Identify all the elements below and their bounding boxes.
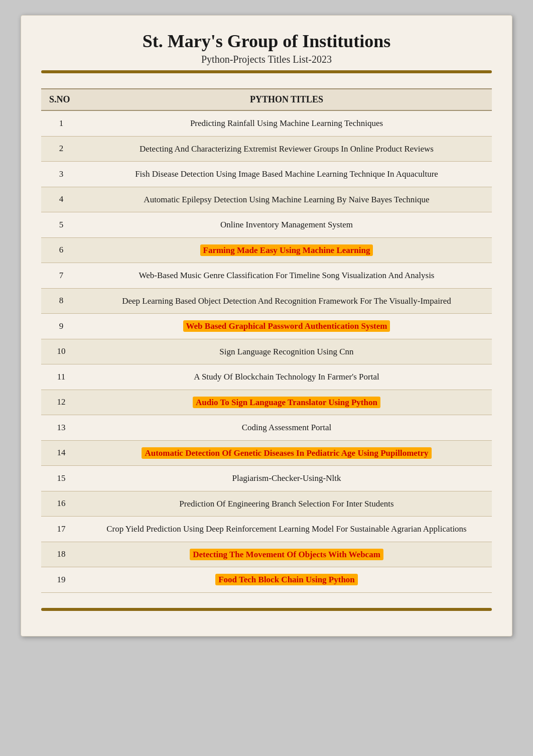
table-row: 7Web-Based Music Genre Classification Fo… — [41, 263, 492, 289]
page-container: St. Mary's Group of Institutions Python-… — [21, 15, 512, 637]
cell-title: Prediction Of Engineering Branch Selecti… — [81, 491, 492, 517]
cell-title: Food Tech Block Chain Using Python — [81, 567, 492, 593]
main-table: S.NO PYTHON TITLES 1Predicting Rainfall … — [41, 88, 492, 593]
cell-sno: 8 — [41, 288, 81, 314]
cell-title: Automatic Detection Of Genetic Diseases … — [81, 440, 492, 466]
table-row: 8Deep Learning Based Object Detection An… — [41, 288, 492, 314]
highlighted-title: Detecting The Movement Of Objects With W… — [190, 549, 383, 560]
highlighted-title: Farming Made Easy Using Machine Learning — [200, 244, 373, 256]
table-row: 10Sign Language Recognition Using Cnn — [41, 339, 492, 364]
subtitle: Python-Projects Titles List-2023 — [41, 54, 492, 65]
highlighted-title: Food Tech Block Chain Using Python — [215, 574, 358, 585]
table-row: 13Coding Assessment Portal — [41, 415, 492, 441]
cell-sno: 18 — [41, 542, 81, 567]
cell-sno: 3 — [41, 162, 81, 187]
cell-sno: 17 — [41, 517, 81, 542]
cell-sno: 10 — [41, 339, 81, 364]
cell-sno: 4 — [41, 187, 81, 212]
cell-title: Web-Based Music Genre Classification For… — [81, 263, 492, 289]
table-row: 16Prediction Of Engineering Branch Selec… — [41, 491, 492, 517]
cell-sno: 11 — [41, 364, 81, 390]
table-row: 12Audio To Sign Language Translator Usin… — [41, 390, 492, 415]
cell-sno: 14 — [41, 440, 81, 466]
cell-title: Detecting And Characterizing Extremist R… — [81, 136, 492, 162]
table-row: 5Online Inventory Management System — [41, 212, 492, 238]
cell-title: A Study Of Blockchain Technology In Farm… — [81, 364, 492, 390]
table-row: 4Automatic Epilepsy Detection Using Mach… — [41, 187, 492, 212]
col-header-title: PYTHON TITLES — [81, 89, 492, 110]
institution-title: St. Mary's Group of Institutions — [41, 31, 492, 52]
highlighted-title: Web Based Graphical Password Authenticat… — [183, 320, 390, 332]
cell-title: Coding Assessment Portal — [81, 415, 492, 441]
cell-sno: 9 — [41, 314, 81, 339]
footer-divider — [41, 608, 492, 611]
cell-sno: 15 — [41, 466, 81, 491]
table-row: 3Fish Disease Detection Using Image Base… — [41, 162, 492, 187]
cell-sno: 2 — [41, 136, 81, 162]
table-row: 17Crop Yield Prediction Using Deep Reinf… — [41, 517, 492, 542]
cell-title: Farming Made Easy Using Machine Learning — [81, 237, 492, 263]
highlighted-title: Audio To Sign Language Translator Using … — [193, 397, 380, 408]
cell-title: Crop Yield Prediction Using Deep Reinfor… — [81, 517, 492, 542]
cell-title: Automatic Epilepsy Detection Using Machi… — [81, 187, 492, 212]
table-row: 9Web Based Graphical Password Authentica… — [41, 314, 492, 339]
table-row: 2Detecting And Characterizing Extremist … — [41, 136, 492, 162]
table-row: 11A Study Of Blockchain Technology In Fa… — [41, 364, 492, 390]
cell-sno: 19 — [41, 567, 81, 593]
cell-title: Predicting Rainfall Using Machine Learni… — [81, 110, 492, 136]
cell-sno: 1 — [41, 110, 81, 136]
cell-sno: 5 — [41, 212, 81, 238]
table-row: 1Predicting Rainfall Using Machine Learn… — [41, 110, 492, 136]
cell-sno: 7 — [41, 263, 81, 289]
col-header-sno: S.NO — [41, 89, 81, 110]
header-divider — [41, 70, 492, 73]
cell-title: Audio To Sign Language Translator Using … — [81, 390, 492, 415]
cell-sno: 6 — [41, 237, 81, 263]
table-row: 15Plagiarism-Checker-Using-Nltk — [41, 466, 492, 491]
table-row: 18Detecting The Movement Of Objects With… — [41, 542, 492, 567]
table-row: 19Food Tech Block Chain Using Python — [41, 567, 492, 593]
cell-title: Detecting The Movement Of Objects With W… — [81, 542, 492, 567]
table-header-row: S.NO PYTHON TITLES — [41, 89, 492, 110]
header-section: St. Mary's Group of Institutions Python-… — [41, 31, 492, 73]
cell-sno: 16 — [41, 491, 81, 517]
cell-title: Web Based Graphical Password Authenticat… — [81, 314, 492, 339]
table-row: 6Farming Made Easy Using Machine Learnin… — [41, 237, 492, 263]
table-row: 14Automatic Detection Of Genetic Disease… — [41, 440, 492, 466]
cell-title: Sign Language Recognition Using Cnn — [81, 339, 492, 364]
cell-sno: 12 — [41, 390, 81, 415]
cell-title: Online Inventory Management System — [81, 212, 492, 238]
cell-title: Plagiarism-Checker-Using-Nltk — [81, 466, 492, 491]
highlighted-title: Automatic Detection Of Genetic Diseases … — [142, 447, 431, 459]
cell-title: Fish Disease Detection Using Image Based… — [81, 162, 492, 187]
cell-title: Deep Learning Based Object Detection And… — [81, 288, 492, 314]
cell-sno: 13 — [41, 415, 81, 441]
